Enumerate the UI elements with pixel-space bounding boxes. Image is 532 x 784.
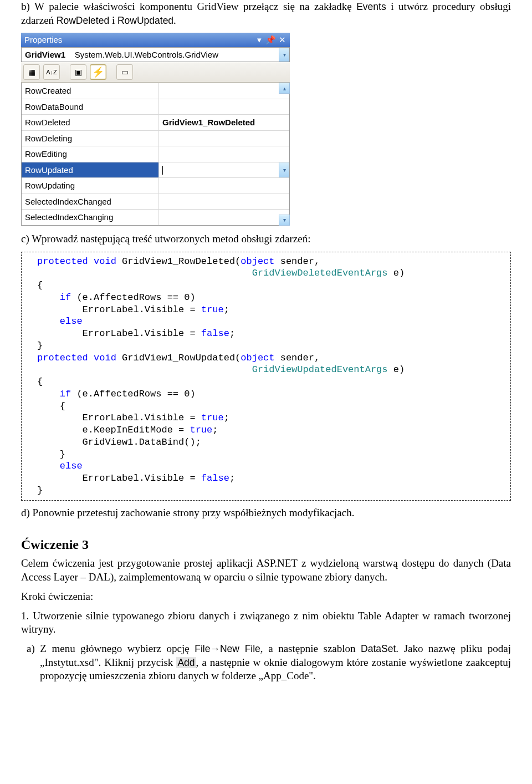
code-text: e) [388, 268, 405, 278]
properties-toolbar: ▦ A↓Z ▣ ⚡ ▭ [21, 62, 290, 83]
code-text: ; [224, 304, 229, 315]
text-cursor [162, 166, 163, 175]
type: GridViewDeletedEventArgs [252, 268, 388, 278]
property-value-text: GridView1_RowDeleted [162, 117, 255, 128]
property-row[interactable]: RowEditing [22, 146, 289, 162]
property-value[interactable] [159, 210, 289, 225]
code-text: } [37, 449, 65, 460]
code-text: } [37, 485, 43, 496]
property-value[interactable] [159, 178, 289, 194]
properties-panel: Properties ▾ 📌 ✕ GridView1 System.Web.UI… [21, 33, 290, 226]
code-block: protected void GridView1_RowDeleted(obje… [21, 252, 511, 501]
property-name: RowDataBound [22, 99, 159, 115]
property-value[interactable] [159, 146, 289, 162]
code-text: ; [212, 425, 218, 435]
properties-grid: RowCreated RowDataBound RowDeleted GridV… [21, 83, 290, 226]
kw: object [241, 353, 274, 363]
pin-icon[interactable]: 📌 [267, 36, 275, 44]
property-value[interactable] [159, 194, 289, 210]
code-text: ErrorLabel.Visible = [37, 473, 201, 483]
kw: true [201, 413, 224, 423]
property-row[interactable]: RowDataBound [22, 99, 289, 115]
property-value[interactable]: GridView1_RowDeleted [159, 115, 289, 130]
code-text: ErrorLabel.Visible = [37, 304, 201, 315]
code-text: sender, [275, 353, 320, 363]
code-text: { [37, 401, 65, 411]
para-b: b) W palecie właściwości komponentu Grid… [21, 0, 511, 27]
events-button[interactable]: ⚡ [90, 64, 106, 80]
add-button-label: Add [176, 657, 196, 668]
para-c: c) Wprowadź następującą treść utworzonyc… [21, 232, 511, 246]
property-value[interactable] [159, 131, 289, 146]
property-row-selected[interactable]: RowUpdated ▾ [22, 162, 289, 178]
categorized-button[interactable]: ▦ [23, 64, 40, 80]
object-name: GridView1 [25, 50, 65, 59]
code-text: GridView1_RowUpdated( [116, 353, 241, 363]
kw: true [190, 425, 212, 435]
rowupdated-word: RowUpdated [117, 15, 173, 26]
rowdeleted-word: RowDeleted [57, 15, 109, 26]
scroll-down-icon[interactable]: ▾ [279, 215, 290, 226]
property-name: RowCreated [22, 83, 159, 99]
code-text: ErrorLabel.Visible = [37, 328, 201, 339]
property-value[interactable]: ▾ [159, 162, 289, 178]
ex3-a: a) Z menu głównego wybierz opcję File→Ne… [40, 642, 511, 683]
chevron-down-icon[interactable]: ▾ [255, 36, 263, 44]
property-name: RowDeleted [22, 115, 159, 130]
property-value[interactable] [159, 99, 289, 115]
code-text: ; [229, 328, 235, 339]
property-row[interactable]: RowDeleting [22, 130, 289, 146]
code-text: ErrorLabel.Visible = [37, 413, 201, 423]
kw: false [201, 328, 229, 339]
property-row[interactable]: RowDeleted GridView1_RowDeleted [22, 114, 289, 130]
para-b-end: . [173, 14, 176, 26]
kw: if [37, 292, 71, 303]
property-name: SelectedIndexChanged [22, 194, 159, 210]
property-row[interactable]: SelectedIndexChanged [22, 194, 289, 210]
code-text: ; [224, 413, 229, 423]
kw: protected [37, 256, 88, 267]
dropdown-icon[interactable]: ▾ [279, 48, 289, 62]
scroll-up-icon[interactable]: ▴ [279, 83, 290, 94]
dropdown-icon[interactable]: ▾ [279, 162, 289, 178]
events-word: Events [356, 1, 386, 12]
kw: protected [37, 353, 88, 363]
object-type: System.Web.UI.WebControls.GridView [75, 50, 218, 59]
ex3-p1: Celem ćwiczenia jest przygotowanie prost… [21, 557, 511, 584]
type: GridViewUpdatedEventArgs [252, 364, 388, 375]
property-name: SelectedIndexChanging [22, 210, 159, 225]
ex3-p2: Kroki ćwiczenia: [21, 590, 511, 604]
property-value[interactable] [159, 83, 289, 99]
property-pages-button[interactable]: ▭ [116, 64, 133, 80]
file-new-file: File→New File [195, 643, 260, 654]
kw: void [88, 256, 116, 267]
dataset-template: DataSet [361, 643, 396, 654]
code-text: e) [388, 364, 405, 375]
para-d: d) Ponownie przetestuj zachowanie strony… [21, 506, 511, 520]
code-text: { [37, 376, 43, 387]
property-name: RowUpdated [22, 162, 159, 178]
alphabetical-button[interactable]: A↓Z [43, 64, 60, 80]
property-name: RowUpdating [22, 178, 159, 194]
object-selector[interactable]: GridView1 System.Web.UI.WebControls.Grid… [21, 47, 290, 63]
kw: object [241, 256, 274, 267]
property-row[interactable]: SelectedIndexChanging [22, 209, 289, 225]
property-row[interactable]: RowCreated [22, 83, 289, 99]
ex3-p3: 1. Utworzenie silnie typowanego zbioru d… [21, 609, 511, 637]
kw: void [88, 353, 116, 363]
close-icon[interactable]: ✕ [278, 36, 287, 44]
property-row[interactable]: RowUpdating [22, 177, 289, 194]
kw: else [37, 316, 83, 327]
properties-titlebar: Properties ▾ 📌 ✕ [21, 33, 290, 47]
code-text: e.KeepInEditMode = [37, 425, 190, 435]
property-name: RowEditing [22, 146, 159, 162]
kw: false [201, 473, 229, 483]
properties-title: Properties [24, 34, 62, 45]
code-text: GridView1_RowDeleted( [116, 256, 241, 267]
properties-button[interactable]: ▣ [70, 64, 86, 80]
code-text: } [37, 340, 43, 351]
code-text: { [37, 280, 43, 291]
code-text: sender, [275, 256, 320, 267]
ex3-a-mid1: , a następnie szablon [260, 643, 361, 654]
code-text: ; [229, 473, 235, 483]
